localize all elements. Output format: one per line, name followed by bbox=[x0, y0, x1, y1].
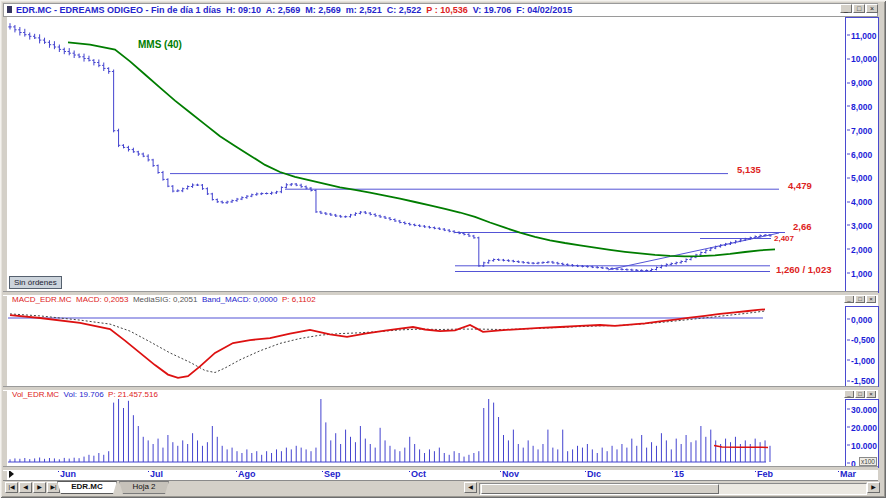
text-segment: MACD: 0,2053 bbox=[76, 295, 133, 304]
volume-close-icon[interactable]: × bbox=[866, 390, 876, 398]
minimize-icon[interactable]: _ bbox=[840, 4, 852, 13]
macd-chart-canvas[interactable] bbox=[7, 294, 845, 386]
volume-multiplier-badge: x100 bbox=[859, 457, 877, 466]
text-segment: P : 10,536 bbox=[426, 5, 467, 15]
level-label-1,260 / 1,023: 1,260 / 1,023 bbox=[776, 263, 831, 274]
panel-separator[interactable] bbox=[3, 466, 878, 471]
volume-header: Vol_EDR.MC Vol: 19.706 P: 21.457.516 bbox=[12, 390, 158, 399]
price-axis-tick: 2,000 bbox=[847, 245, 872, 254]
volume-axis[interactable]: x100 30.00020.00010.0000 bbox=[845, 399, 879, 468]
window-title: EDR.MC - EDREAMS ODIGEO - Fin de día 1 d… bbox=[16, 5, 572, 15]
macd-axis-tick: -0,500 bbox=[847, 335, 875, 344]
volume-axis-tick: 30.000 bbox=[847, 405, 877, 414]
price-axis[interactable]: 11,00010,0009,0008,0007,0006,0005,0004,0… bbox=[845, 17, 879, 293]
volume-panel-controls: _□× bbox=[844, 390, 878, 399]
volume-axis-tick: 20.000 bbox=[847, 423, 877, 432]
macd-close-icon[interactable]: × bbox=[866, 295, 876, 303]
text-segment: Vol: 19.706 bbox=[64, 390, 108, 399]
price-axis-tick: 7,000 bbox=[847, 126, 872, 135]
price-axis-tick: 9,000 bbox=[847, 78, 872, 87]
sheet-nav-2[interactable]: ▶ bbox=[33, 482, 46, 493]
horizontal-scrollbar[interactable] bbox=[479, 483, 867, 495]
macd-panel-controls: _□× bbox=[844, 295, 878, 304]
level-label-2,407: 2,407 bbox=[774, 233, 794, 242]
level-label-4,479: 4,479 bbox=[788, 180, 812, 191]
level-label-5,135: 5,135 bbox=[737, 163, 761, 174]
price-axis-tick: 11,000 bbox=[847, 31, 877, 40]
text-segment: Vol_EDR.MC bbox=[12, 390, 64, 399]
scroll-right-icon[interactable]: ▶ bbox=[867, 482, 880, 493]
chart-window: EDR.MC - EDREAMS ODIGEO - Fin de día 1 d… bbox=[0, 0, 886, 498]
macd-axis-tick: -1,500 bbox=[847, 376, 875, 385]
macd-axis-tick: 0,000 bbox=[847, 315, 872, 324]
macd-header: MACD_EDR.MC MACD: 0,2053 MediaSIG: 0,205… bbox=[12, 295, 316, 304]
text-segment: MACD_EDR.MC bbox=[12, 295, 76, 304]
price-axis-tick: 1,000 bbox=[847, 269, 872, 278]
sin-ordenes-button[interactable]: Sin órdenes bbox=[9, 276, 62, 289]
volume-minimize-icon[interactable]: _ bbox=[844, 390, 854, 398]
volume-maximize-icon[interactable]: □ bbox=[855, 390, 865, 398]
macd-axis-tick: -1,000 bbox=[847, 356, 875, 365]
macd-axis[interactable]: 0,000-0,500-1,000-1,500 bbox=[845, 306, 879, 387]
price-axis-tick: 10,000 bbox=[847, 54, 877, 63]
sheet-nav-0[interactable]: |◀ bbox=[5, 482, 18, 493]
price-axis-tick: 4,000 bbox=[847, 197, 872, 206]
window-menu-icon[interactable] bbox=[7, 6, 12, 13]
maximize-icon[interactable]: □ bbox=[853, 4, 865, 13]
sheet-nav-buttons: |◀◀▶▶| bbox=[5, 482, 60, 493]
tab-hoja-2[interactable]: Hoja 2 bbox=[119, 481, 169, 494]
price-axis-tick: 6,000 bbox=[847, 150, 872, 159]
text-segment: P: 6,1102 bbox=[282, 295, 316, 304]
price-chart-canvas[interactable] bbox=[7, 16, 845, 292]
volume-chart-canvas[interactable] bbox=[7, 389, 845, 466]
tab-edr-mc[interactable]: EDR.MC bbox=[57, 481, 117, 494]
mms-40-label: MMS (40) bbox=[138, 39, 182, 50]
price-axis-tick: 5,000 bbox=[847, 173, 872, 182]
scroll-left-icon[interactable]: ◀ bbox=[464, 482, 477, 493]
level-label-2,66: 2,66 bbox=[793, 221, 812, 232]
text-segment: Band_MACD: 0,0000 bbox=[202, 295, 282, 304]
window-controls: _ □ × bbox=[840, 4, 878, 13]
sheet-tab-bar: |◀◀▶▶| EDR.MC Hoja 2 ◀ ▶ bbox=[3, 480, 878, 496]
price-axis-tick: 8,000 bbox=[847, 102, 872, 111]
window-titlebar[interactable]: EDR.MC - EDREAMS ODIGEO - Fin de día 1 d… bbox=[3, 3, 878, 17]
macd-maximize-icon[interactable]: □ bbox=[855, 295, 865, 303]
scrollbar-thumb[interactable] bbox=[481, 484, 719, 494]
text-segment: MediaSIG: 0,2051 bbox=[133, 295, 202, 304]
sheet-nav-1[interactable]: ◀ bbox=[19, 482, 32, 493]
volume-axis-tick: 10.000 bbox=[847, 441, 877, 450]
macd-minimize-icon[interactable]: _ bbox=[844, 295, 854, 303]
text-segment: V: 19.706 F: 04/02/2015 bbox=[468, 5, 573, 15]
price-axis-tick: 3,000 bbox=[847, 221, 872, 230]
axis-marker-icon bbox=[9, 470, 14, 478]
close-icon[interactable]: × bbox=[866, 4, 878, 13]
text-segment: EDR.MC - EDREAMS ODIGEO - Fin de día 1 d… bbox=[16, 5, 426, 15]
text-segment: P: 21.457.516 bbox=[108, 390, 158, 399]
